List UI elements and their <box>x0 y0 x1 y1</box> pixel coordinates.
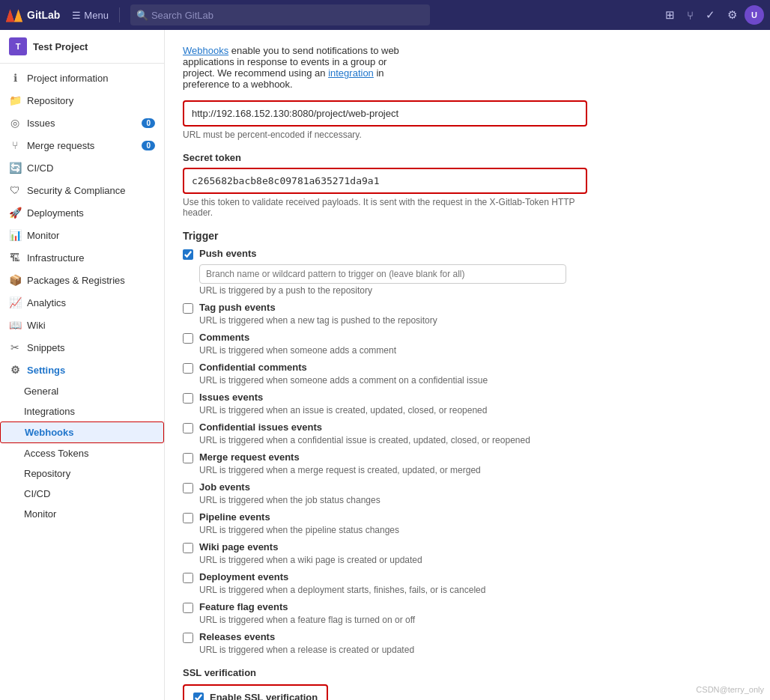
project-name: Test Project <box>33 41 88 52</box>
sidebar-item-label: Security & Compliance <box>27 185 126 196</box>
sidebar-sub-item-cicd[interactable]: CI/CD <box>0 484 164 504</box>
push-events-row: Push events <box>183 248 752 260</box>
sidebar: T Test Project ℹ Project information 📁 R… <box>0 30 165 700</box>
tag-push-events-group: Tag push events URL is triggered when a … <box>183 302 752 326</box>
webhooks-link[interactable]: Webhooks <box>183 45 228 56</box>
wiki-page-events-checkbox[interactable] <box>183 543 193 553</box>
sidebar-item-label: Project information <box>27 73 108 84</box>
sidebar-item-project-information[interactable]: ℹ Project information <box>0 67 164 89</box>
sidebar-item-settings[interactable]: ⚙ Settings <box>0 359 164 381</box>
search-icon: 🔍 <box>136 10 148 21</box>
branch-pattern-input[interactable] <box>199 264 566 284</box>
sidebar-sub-item-repository[interactable]: Repository <box>0 463 164 484</box>
sidebar-sub-item-webhooks[interactable]: Webhooks <box>0 421 164 443</box>
pipeline-events-checkbox[interactable] <box>183 513 193 523</box>
merge-request-events-checkbox[interactable] <box>183 453 193 463</box>
issues-events-group: Issues events URL is triggered when an i… <box>183 392 752 416</box>
issues-icon[interactable]: ✓ <box>701 5 720 25</box>
gitlab-logo[interactable]: GitLab <box>6 7 60 23</box>
issues-events-checkbox[interactable] <box>183 393 193 404</box>
comments-checkbox[interactable] <box>183 333 193 344</box>
job-events-hint: URL is triggered when the job status cha… <box>199 495 752 505</box>
job-events-checkbox[interactable] <box>183 483 193 493</box>
url-section: http://192.168.152.130:8080/project/web-… <box>183 100 752 140</box>
comments-hint: URL is triggered when someone adds a com… <box>199 345 752 356</box>
sidebar-item-snippets[interactable]: ✂ Snippets <box>0 336 164 359</box>
secret-token-label: Secret token <box>183 152 752 163</box>
sidebar-item-monitor[interactable]: 📊 Monitor <box>0 224 164 246</box>
confidential-issues-hint: URL is triggered when a confidential iss… <box>199 435 752 445</box>
monitor-icon: 📊 <box>9 229 21 241</box>
merge-request-events-label: Merge request events <box>199 451 300 463</box>
merge-request-events-group: Merge request events URL is triggered wh… <box>183 451 752 475</box>
integration-link[interactable]: integration <box>328 67 374 79</box>
sidebar-item-label: CI/CD <box>27 162 53 174</box>
snippets-icon: ✂ <box>9 341 21 353</box>
sidebar-item-security-compliance[interactable]: 🛡 Security & Compliance <box>0 179 164 201</box>
sidebar-item-issues[interactable]: ◎ Issues 0 <box>0 112 164 134</box>
deployment-events-checkbox[interactable] <box>183 573 193 583</box>
url-hint: URL must be percent-encoded if neccessar… <box>183 130 752 140</box>
comments-group: Comments URL is triggered when someone a… <box>183 332 752 356</box>
ssl-verification-checkbox[interactable] <box>193 693 204 701</box>
wiki-icon: 📖 <box>9 319 21 331</box>
search-input[interactable] <box>151 10 424 21</box>
job-events-group: Job events URL is triggered when the job… <box>183 481 752 505</box>
project-icon: T <box>9 37 27 55</box>
sidebar-item-label: Deployments <box>27 207 84 219</box>
create-button[interactable]: ⊞ <box>661 5 679 25</box>
settings-icon[interactable]: ⚙ <box>723 5 742 25</box>
confidential-issues-events-group: Confidential issues events URL is trigge… <box>183 421 752 445</box>
repository-icon: 📁 <box>9 94 21 106</box>
ssl-checkbox-label: Enable SSL verification <box>210 692 318 700</box>
sidebar-item-label: Issues <box>27 118 55 129</box>
push-events-label: Push events <box>199 248 257 259</box>
merge-requests-icon: ⑂ <box>9 139 21 151</box>
tag-push-events-checkbox[interactable] <box>183 303 193 314</box>
deployment-events-group: Deployment events URL is triggered when … <box>183 571 752 595</box>
sidebar-item-wiki[interactable]: 📖 Wiki <box>0 314 164 336</box>
sidebar-item-cicd[interactable]: 🔄 CI/CD <box>0 156 164 179</box>
project-header: T Test Project <box>0 30 164 64</box>
sidebar-item-label: Settings <box>27 365 65 376</box>
merge-requests-icon[interactable]: ⑂ <box>682 6 698 25</box>
ssl-checkbox-row: Enable SSL verification <box>193 692 318 700</box>
deployment-events-label: Deployment events <box>199 571 288 582</box>
push-events-checkbox[interactable] <box>183 249 193 260</box>
menu-button[interactable]: ☰ Menu <box>66 7 115 24</box>
avatar[interactable]: U <box>745 5 764 25</box>
wiki-page-events-label: Wiki page events <box>199 541 278 553</box>
sidebar-sub-item-monitor[interactable]: Monitor <box>0 504 164 524</box>
search-bar[interactable]: 🔍 <box>130 4 430 25</box>
content-area: Webhooks enable you to send notification… <box>165 30 770 700</box>
sidebar-sub-item-integrations[interactable]: Integrations <box>0 401 164 421</box>
nav-icons: ⊞ ⑂ ✓ ⚙ U <box>661 5 764 25</box>
sidebar-item-deployments[interactable]: 🚀 Deployments <box>0 201 164 224</box>
sidebar-item-analytics[interactable]: 📈 Analytics <box>0 291 164 314</box>
feature-flag-events-checkbox[interactable] <box>183 603 193 613</box>
releases-events-hint: URL is triggered when a release is creat… <box>199 645 752 655</box>
merge-request-events-hint: URL is triggered when a merge request is… <box>199 465 752 475</box>
ssl-label: SSL verification <box>183 667 752 678</box>
nav-divider <box>119 7 120 22</box>
packages-icon: 📦 <box>9 274 21 286</box>
sidebar-item-merge-requests[interactable]: ⑂ Merge requests 0 <box>0 134 164 156</box>
pipeline-events-hint: URL is triggered when the pipeline statu… <box>199 525 752 535</box>
sidebar-item-packages-registries[interactable]: 📦 Packages & Registries <box>0 269 164 291</box>
job-events-label: Job events <box>199 481 250 493</box>
sidebar-item-infrastructure[interactable]: 🏗 Infrastructure <box>0 246 164 269</box>
confidential-issues-events-label: Confidential issues events <box>199 421 322 433</box>
sidebar-item-label: Wiki <box>27 320 46 331</box>
issues-badge: 0 <box>142 118 155 128</box>
push-events-group: Push events URL is triggered by a push t… <box>183 248 752 296</box>
sidebar-item-repository[interactable]: 📁 Repository <box>0 89 164 112</box>
confidential-comments-checkbox[interactable] <box>183 363 193 374</box>
tag-push-hint: URL is triggered when a new tag is pushe… <box>199 315 752 326</box>
releases-events-checkbox[interactable] <box>183 633 193 643</box>
confidential-issues-events-checkbox[interactable] <box>183 423 193 433</box>
sidebar-sub-item-general[interactable]: General <box>0 381 164 401</box>
deployments-icon: 🚀 <box>9 207 21 219</box>
sidebar-sub-item-access-tokens[interactable]: Access Tokens <box>0 443 164 463</box>
confidential-comments-group: Confidential comments URL is triggered w… <box>183 362 752 386</box>
tag-push-events-label: Tag push events <box>199 302 276 313</box>
